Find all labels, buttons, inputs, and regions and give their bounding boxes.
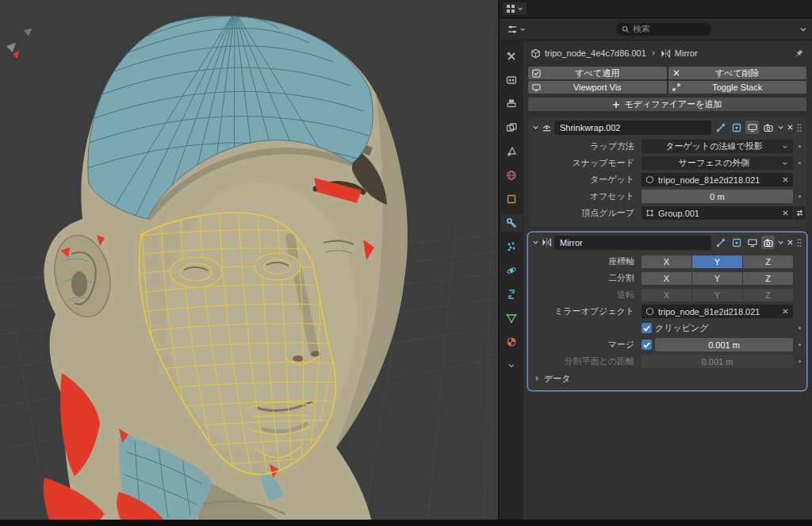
flip-x-button[interactable]: X	[642, 289, 691, 301]
keyframe-dot[interactable]	[799, 162, 801, 164]
object-icon	[645, 307, 654, 316]
remove-modifier-icon[interactable]	[787, 124, 794, 131]
target-row: ターゲット tripo_node_81e2d218.021	[528, 172, 806, 187]
apply-all-button[interactable]: すべて適用	[528, 67, 667, 79]
flip-y-button[interactable]: Y	[692, 289, 742, 301]
keyframe-dot[interactable]	[799, 145, 801, 148]
tab-strip-scroll-down[interactable]	[501, 357, 523, 374]
mirror-name-field[interactable]: Mirror	[554, 236, 711, 250]
object-data-icon	[530, 48, 541, 59]
chevron-down-icon	[517, 6, 523, 12]
axis-z-button[interactable]: Z	[743, 255, 793, 268]
mirror-object-field[interactable]: tripo_node_81e2d218.021	[642, 305, 793, 318]
keyframe-dot[interactable]	[799, 344, 801, 346]
modifier-menu-chevron-icon[interactable]	[777, 239, 784, 246]
chevron-down-icon	[782, 160, 788, 167]
data-subpanel-header[interactable]: データ	[528, 371, 806, 386]
viewport-display-toggle[interactable]	[745, 121, 759, 134]
properties-editor: 検索 tripo_node_4e4c7d86.001	[500, 0, 812, 520]
delete-all-button[interactable]: すべて削除	[668, 67, 807, 79]
merge-threshold-slider[interactable]: 0.001 m	[655, 338, 793, 351]
tab-tool[interactable]	[501, 48, 523, 65]
add-modifier-button[interactable]: モディファイアーを追加	[528, 98, 806, 111]
tab-particles[interactable]	[501, 238, 523, 255]
3d-viewport[interactable]	[0, 0, 498, 520]
target-object-field[interactable]: tripo_node_81e2d218.021	[642, 173, 793, 186]
tab-physics[interactable]	[501, 262, 523, 279]
keyframe-dot[interactable]	[799, 360, 801, 363]
render-display-toggle[interactable]	[761, 236, 775, 249]
vertex-group-field[interactable]: Group.001	[642, 206, 793, 220]
offset-value-slider[interactable]: 0 m	[642, 190, 793, 203]
header-menu-chevron-icon[interactable]	[799, 25, 807, 33]
tab-modifiers[interactable]	[501, 214, 523, 232]
merge-checkbox[interactable]	[642, 340, 652, 350]
properties-editor-icon	[507, 24, 518, 35]
tab-object[interactable]	[501, 190, 523, 208]
editor-type-button[interactable]	[504, 22, 528, 36]
edit-mode-toggle[interactable]	[714, 236, 727, 249]
drag-handle-icon[interactable]	[796, 238, 802, 248]
collapse-chevron-icon[interactable]	[532, 124, 539, 131]
realtime-toggle[interactable]	[730, 236, 743, 249]
pin-icon	[794, 48, 804, 59]
flip-z-button[interactable]: Z	[743, 289, 793, 301]
editor-type-widget[interactable]	[503, 2, 527, 15]
bisect-distance-slider[interactable]: 0.001 m	[642, 355, 793, 368]
breadcrumb: tripo_node_4e4c7d86.001 Mirror	[528, 43, 806, 63]
offset-row: オフセット 0 m	[528, 189, 806, 204]
remove-modifier-icon[interactable]	[787, 239, 794, 246]
realtime-toggle[interactable]	[730, 121, 743, 134]
edit-mode-toggle[interactable]	[714, 121, 727, 134]
tab-output[interactable]	[501, 95, 523, 113]
bisect-x-button[interactable]: X	[642, 272, 691, 285]
tab-render[interactable]	[501, 71, 523, 89]
breadcrumb-modifier[interactable]: Mirror	[675, 48, 698, 58]
pin-button[interactable]	[794, 48, 804, 59]
tab-view-layer[interactable]	[501, 119, 523, 136]
vertex-group-row: 頂点グループ Group.001	[528, 205, 806, 221]
tab-material[interactable]	[501, 333, 523, 351]
tab-world[interactable]	[501, 167, 523, 184]
mirror-modifier-icon	[661, 48, 671, 59]
shrinkwrap-panel-header[interactable]: Shrinkwrap.002	[528, 117, 806, 137]
mirror-panel-header[interactable]: Mirror	[528, 232, 806, 252]
snap-mode-dropdown[interactable]: サーフェスの外側	[642, 156, 793, 170]
bisect-distance-row: 分割平面との距離 0.001 m	[528, 354, 806, 369]
invert-vertex-group-button[interactable]	[794, 206, 806, 220]
tab-scene[interactable]	[501, 143, 523, 160]
wrap-method-dropdown[interactable]: ターゲットの法線で投影	[642, 140, 793, 153]
bisect-z-button[interactable]: Z	[743, 272, 793, 285]
chevron-down-icon	[519, 26, 526, 33]
snap-mode-row: スナップモード サーフェスの外側	[528, 155, 806, 171]
tab-constraints[interactable]	[501, 286, 523, 303]
breadcrumb-object[interactable]: tripo_node_4e4c7d86.001	[545, 48, 646, 58]
keyframe-dot[interactable]	[799, 327, 801, 329]
drag-handle-icon[interactable]	[796, 123, 802, 132]
properties-content: tripo_node_4e4c7d86.001 Mirror すべて適用 すべて…	[523, 40, 812, 520]
bisect-y-button[interactable]: Y	[692, 272, 742, 285]
viewport-vis-button[interactable]: Viewport Vis	[528, 81, 667, 94]
viewport-display-toggle[interactable]	[745, 236, 759, 249]
clear-mirror-object-icon[interactable]	[782, 308, 789, 315]
clear-target-icon[interactable]	[782, 176, 789, 183]
axis-y-button[interactable]: Y	[692, 255, 742, 268]
collapse-chevron-icon[interactable]	[532, 239, 539, 246]
render-display-toggle[interactable]	[761, 121, 775, 134]
axis-x-button[interactable]: X	[642, 255, 691, 268]
search-placeholder: 検索	[633, 23, 650, 35]
shrinkwrap-modifier-icon	[542, 122, 552, 132]
shrinkwrap-name-field[interactable]: Shrinkwrap.002	[554, 121, 711, 135]
clear-vertex-group-icon[interactable]	[782, 209, 789, 217]
expand-icon	[672, 83, 680, 91]
clipping-checkbox[interactable]	[642, 323, 652, 333]
properties-header: 検索	[500, 18, 812, 40]
chevron-right-icon	[650, 50, 657, 56]
keyframe-dot[interactable]	[799, 195, 801, 198]
clipping-row: クリッピング	[528, 321, 806, 336]
search-input[interactable]: 検索	[616, 23, 711, 36]
toggle-stack-button[interactable]: Toggle Stack	[668, 81, 807, 94]
modifier-menu-chevron-icon[interactable]	[777, 124, 784, 131]
tab-object-data[interactable]	[501, 309, 523, 327]
plus-icon	[612, 101, 620, 109]
